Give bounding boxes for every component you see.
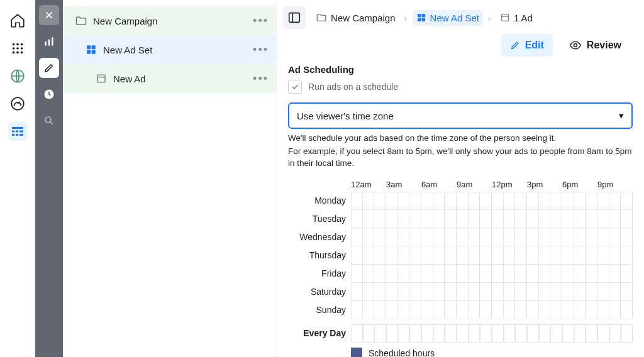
schedule-cell[interactable] <box>574 324 586 343</box>
schedule-cell[interactable] <box>398 301 410 319</box>
schedule-cell[interactable] <box>527 301 539 319</box>
schedule-cell[interactable] <box>421 265 433 283</box>
schedule-cell[interactable] <box>398 324 410 343</box>
schedule-cell[interactable] <box>409 210 421 228</box>
schedule-cell[interactable] <box>504 283 516 301</box>
schedule-cell[interactable] <box>609 265 621 283</box>
schedule-cell[interactable] <box>480 192 492 210</box>
schedule-cell[interactable] <box>421 324 433 343</box>
tree-campaign[interactable]: New Campaign ••• <box>63 6 276 35</box>
schedule-cell[interactable] <box>539 265 551 283</box>
schedule-cell[interactable] <box>527 283 539 301</box>
schedule-cell[interactable] <box>409 324 421 343</box>
schedule-cell[interactable] <box>386 265 398 283</box>
schedule-cell[interactable] <box>398 228 410 246</box>
schedule-cell[interactable] <box>421 192 433 210</box>
schedule-cell[interactable] <box>374 246 386 265</box>
schedule-cell[interactable] <box>621 324 633 343</box>
schedule-cell[interactable] <box>621 283 633 301</box>
crumb-campaign[interactable]: New Campaign <box>312 9 399 26</box>
schedule-cell[interactable] <box>562 192 574 210</box>
schedule-cell[interactable] <box>574 265 586 283</box>
schedule-cell[interactable] <box>492 283 504 301</box>
schedule-cell[interactable] <box>562 210 574 228</box>
schedule-cell[interactable] <box>374 192 386 210</box>
schedule-cell[interactable] <box>621 228 633 246</box>
schedule-cell[interactable] <box>469 301 480 319</box>
schedule-cell[interactable] <box>562 265 574 283</box>
schedule-cell[interactable] <box>480 210 492 228</box>
schedule-cell[interactable] <box>469 265 480 283</box>
schedule-cell[interactable] <box>398 283 410 301</box>
schedule-cell[interactable] <box>550 301 562 319</box>
schedule-cell[interactable] <box>574 192 586 210</box>
schedule-cell[interactable] <box>409 265 421 283</box>
schedule-cell[interactable] <box>597 228 609 246</box>
schedule-cell[interactable] <box>539 192 551 210</box>
schedule-cell[interactable] <box>609 324 621 343</box>
schedule-cell[interactable] <box>469 228 480 246</box>
schedule-cell[interactable] <box>469 192 480 210</box>
schedule-cell[interactable] <box>550 246 562 265</box>
schedule-cell[interactable] <box>539 301 551 319</box>
schedule-cell[interactable] <box>550 265 562 283</box>
schedule-cell[interactable] <box>457 301 469 319</box>
schedule-cell[interactable] <box>386 246 398 265</box>
tree-ad[interactable]: New Ad ••• <box>63 64 276 93</box>
schedule-cell[interactable] <box>363 265 375 283</box>
schedule-cell[interactable] <box>351 301 363 319</box>
schedule-cell[interactable] <box>457 228 469 246</box>
more-icon[interactable]: ••• <box>253 43 269 57</box>
schedule-cell[interactable] <box>386 324 398 343</box>
schedule-cell[interactable] <box>597 265 609 283</box>
schedule-cell[interactable] <box>363 301 375 319</box>
schedule-cell[interactable] <box>527 246 539 265</box>
schedule-cell[interactable] <box>574 228 586 246</box>
schedule-cell[interactable] <box>398 192 410 210</box>
schedule-cell[interactable] <box>445 228 457 246</box>
schedule-cell[interactable] <box>492 265 504 283</box>
schedule-cell[interactable] <box>504 301 516 319</box>
schedule-cell[interactable] <box>433 324 445 343</box>
schedule-cell[interactable] <box>597 283 609 301</box>
schedule-cell[interactable] <box>363 283 375 301</box>
schedule-cell[interactable] <box>492 228 504 246</box>
schedule-cell[interactable] <box>480 265 492 283</box>
schedule-cell[interactable] <box>621 301 633 319</box>
schedule-cell[interactable] <box>480 283 492 301</box>
schedule-cell[interactable] <box>609 246 621 265</box>
schedule-cell[interactable] <box>515 324 527 343</box>
schedule-cell[interactable] <box>433 228 445 246</box>
schedule-cell[interactable] <box>539 228 551 246</box>
schedule-cell[interactable] <box>386 301 398 319</box>
schedule-cell[interactable] <box>550 192 562 210</box>
schedule-cell[interactable] <box>586 301 597 319</box>
schedule-cell[interactable] <box>609 228 621 246</box>
close-icon[interactable] <box>39 5 59 25</box>
schedule-cell[interactable] <box>409 192 421 210</box>
schedule-cell[interactable] <box>621 192 633 210</box>
schedule-cell[interactable] <box>469 246 480 265</box>
schedule-cell[interactable] <box>386 210 398 228</box>
schedule-cell[interactable] <box>457 192 469 210</box>
schedule-cell[interactable] <box>421 210 433 228</box>
search-icon[interactable] <box>39 111 59 131</box>
schedule-cell[interactable] <box>480 301 492 319</box>
schedule-cell[interactable] <box>457 283 469 301</box>
schedule-checkbox[interactable] <box>288 80 302 94</box>
schedule-cell[interactable] <box>351 265 363 283</box>
schedule-cell[interactable] <box>562 283 574 301</box>
schedule-cell[interactable] <box>351 246 363 265</box>
schedule-cell[interactable] <box>433 301 445 319</box>
schedule-cell[interactable] <box>597 192 609 210</box>
tree-adset[interactable]: New Ad Set ••• <box>63 35 276 64</box>
clock-icon[interactable] <box>39 84 59 104</box>
schedule-cell[interactable] <box>515 265 527 283</box>
schedule-cell[interactable] <box>586 192 597 210</box>
schedule-cell[interactable] <box>363 192 375 210</box>
timezone-select[interactable]: Use viewer's time zone ▾ <box>288 102 633 129</box>
crumb-ad[interactable]: 1 Ad <box>496 10 536 26</box>
schedule-cell[interactable] <box>457 210 469 228</box>
schedule-cell[interactable] <box>421 228 433 246</box>
schedule-cell[interactable] <box>492 192 504 210</box>
